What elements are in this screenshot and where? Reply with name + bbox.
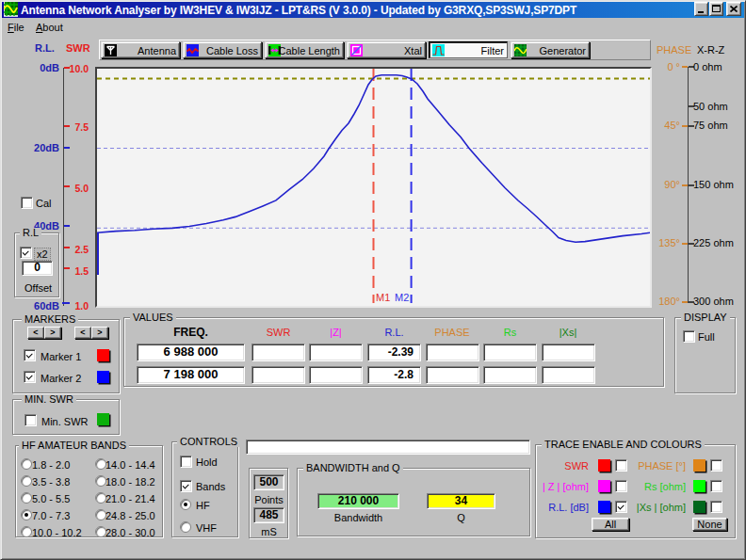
svg-text:M1: M1 xyxy=(376,292,390,303)
svg-text:M2: M2 xyxy=(395,292,409,303)
